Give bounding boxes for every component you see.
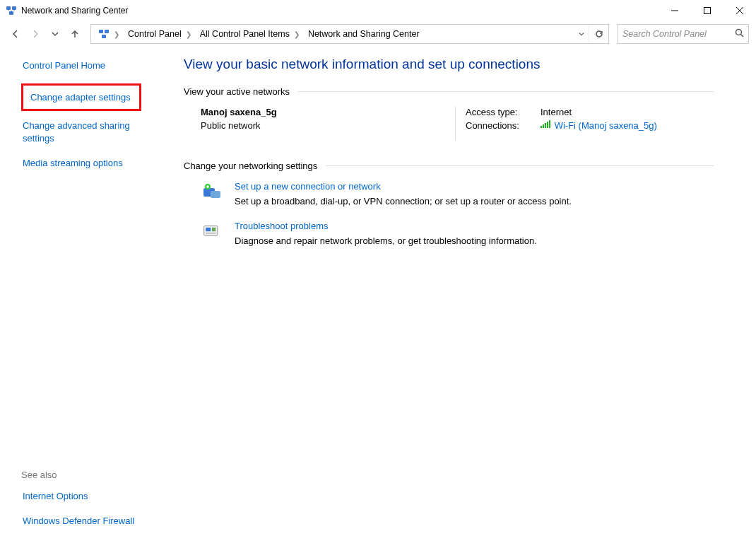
sidebar-change-adapter-settings[interactable]: Change adapter settings: [29, 90, 132, 105]
svg-rect-4: [704, 8, 711, 14]
sidebar: Control Panel Home Change adapter settin…: [0, 47, 184, 553]
svg-rect-8: [105, 30, 109, 33]
action-setup-connection: Set up a new connection or network Set u…: [184, 181, 714, 206]
action-setup-desc: Set up a broadband, dial-up, or VPN conn…: [235, 196, 572, 206]
svg-rect-13: [543, 124, 544, 128]
setup-connection-icon: [201, 181, 223, 204]
address-bar[interactable]: ❯ Control Panel ❯ All Control Panel Item…: [90, 24, 609, 44]
back-button[interactable]: [7, 25, 24, 42]
highlight-box: Change adapter settings: [21, 83, 141, 112]
group-label: View your active networks: [184, 86, 290, 97]
action-setup-link[interactable]: Set up a new connection or network: [235, 181, 381, 192]
maximize-button[interactable]: [691, 0, 723, 21]
group-active-networks: View your active networks: [184, 86, 714, 97]
breadcrumb-label: Network and Sharing Center: [308, 29, 420, 39]
access-type-value: Internet: [541, 107, 572, 117]
network-type: Public network: [201, 120, 455, 131]
breadcrumb-item[interactable]: Network and Sharing Center: [304, 25, 424, 43]
network-center-icon: [6, 5, 17, 16]
window-title: Network and Sharing Center: [21, 6, 128, 16]
troubleshoot-icon: [201, 221, 223, 243]
svg-rect-22: [212, 228, 215, 231]
svg-rect-7: [99, 30, 103, 33]
chevron-right-icon: ❯: [186, 30, 191, 38]
network-name: Manoj saxena_5g: [201, 107, 455, 117]
access-type-label: Access type:: [466, 107, 526, 117]
recent-locations-button[interactable]: [47, 25, 64, 42]
svg-rect-12: [541, 126, 542, 128]
svg-point-10: [736, 30, 742, 35]
action-troubleshoot-desc: Diagnose and repair network problems, or…: [235, 235, 537, 246]
wifi-signal-icon: [541, 120, 550, 129]
action-troubleshoot-link[interactable]: Troubleshoot problems: [235, 221, 328, 231]
chevron-right-icon: ❯: [294, 30, 300, 38]
see-also-heading: See also: [21, 470, 136, 480]
svg-rect-18: [211, 191, 220, 198]
divider: [298, 91, 714, 92]
svg-rect-15: [547, 122, 548, 128]
search-input[interactable]: Search Control Panel: [618, 24, 749, 44]
breadcrumb-item[interactable]: All Control Panel Items ❯: [196, 25, 304, 43]
svg-rect-9: [102, 35, 106, 38]
sidebar-change-advanced-sharing[interactable]: Change advanced sharing settings: [21, 118, 141, 146]
search-placeholder: Search Control Panel: [622, 29, 707, 39]
connections-label: Connections:: [466, 120, 526, 131]
action-troubleshoot: Troubleshoot problems Diagnose and repai…: [184, 221, 714, 246]
main-content: View your basic network information and …: [184, 47, 756, 553]
see-also-internet-options[interactable]: Internet Options: [21, 489, 90, 504]
chevron-right-icon: ❯: [114, 30, 119, 38]
forward-button[interactable]: [27, 25, 44, 42]
see-also-section: See also Internet Options Windows Defend…: [21, 470, 136, 539]
see-also-windows-defender-firewall[interactable]: Windows Defender Firewall: [21, 513, 136, 529]
active-network-block: Manoj saxena_5g Public network Access ty…: [184, 107, 714, 141]
address-history-button[interactable]: [574, 25, 589, 43]
svg-rect-0: [6, 6, 11, 10]
window-titlebar: Network and Sharing Center: [0, 0, 756, 21]
search-icon: [735, 28, 744, 40]
breadcrumb-label: All Control Panel Items: [200, 29, 290, 39]
sidebar-media-streaming[interactable]: Media streaming options: [21, 156, 124, 171]
minimize-button[interactable]: [658, 0, 691, 21]
group-label: Change your networking settings: [184, 161, 317, 171]
svg-rect-1: [12, 6, 16, 10]
breadcrumb-icon[interactable]: ❯: [94, 25, 124, 43]
connection-link[interactable]: Wi-Fi (Manoj saxena_5g): [555, 120, 657, 131]
divider: [326, 165, 714, 166]
up-button[interactable]: [66, 25, 83, 42]
page-heading: View your basic network information and …: [184, 57, 714, 72]
navigation-bar: ❯ Control Panel ❯ All Control Panel Item…: [0, 21, 756, 47]
group-change-networking: Change your networking settings: [184, 161, 714, 171]
refresh-button[interactable]: [589, 25, 608, 43]
vertical-divider: [455, 107, 456, 141]
close-button[interactable]: [723, 0, 756, 21]
svg-rect-16: [549, 120, 550, 128]
breadcrumb-label: Control Panel: [128, 29, 182, 39]
svg-rect-2: [9, 11, 13, 15]
sidebar-control-panel-home[interactable]: Control Panel Home: [21, 58, 107, 74]
breadcrumb-item[interactable]: Control Panel ❯: [124, 25, 196, 43]
svg-line-11: [741, 35, 744, 37]
svg-rect-14: [545, 123, 546, 128]
svg-rect-21: [206, 228, 211, 231]
